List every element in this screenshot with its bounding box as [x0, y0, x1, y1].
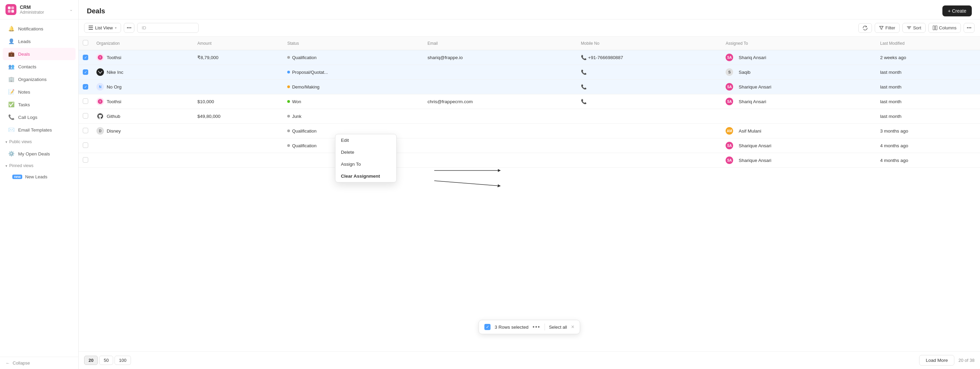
table-row: D Disney Qualification AM Asif Mulani	[79, 124, 980, 138]
row-checkbox-cell[interactable]	[79, 94, 92, 109]
row-checkbox-cell[interactable]	[79, 124, 92, 138]
sidebar-item-email-templates[interactable]: ✉️ Email Templates	[3, 124, 76, 136]
row-checkbox-cell[interactable]	[79, 79, 92, 94]
table-row: SA Sharique Ansari 4 months ago	[79, 153, 980, 168]
sidebar-item-my-open-deals[interactable]: ⚙️ My Open Deals	[3, 147, 76, 160]
selection-close-button[interactable]: ×	[571, 324, 574, 330]
columns-button[interactable]: Columns	[928, 23, 961, 33]
sidebar-item-tasks[interactable]: ✅ Tasks	[3, 98, 76, 111]
view-chevron-icon: ▾	[115, 26, 116, 30]
sidebar-item-notes[interactable]: 📝 Notes	[3, 86, 76, 98]
org-cell: T Toothsi	[92, 94, 193, 109]
row-checkbox[interactable]	[83, 113, 88, 119]
email-cell	[423, 65, 577, 79]
id-search-input[interactable]: ID	[137, 23, 199, 33]
email-cell: chris@frappecrm.com	[423, 94, 577, 109]
select-all-button[interactable]: Select all	[549, 325, 567, 330]
deals-icon: 💼	[8, 51, 15, 57]
row-checkbox[interactable]	[83, 84, 88, 90]
sidebar-item-organizations[interactable]: 🏢 Organizations	[3, 73, 76, 86]
refresh-icon	[863, 25, 867, 30]
col-assigned: Assigned To	[721, 36, 876, 50]
table-row: T Toothsi ₹8,79,000 Qualification shariq…	[79, 50, 980, 65]
email-cell: shariq@frappe.io	[423, 50, 577, 65]
row-checkbox-cell[interactable]	[79, 138, 92, 153]
email-cell	[423, 153, 577, 168]
assigned-cell: S Saqib	[721, 65, 876, 79]
sidebar-item-deals[interactable]: 💼 Deals	[3, 48, 76, 60]
toolbar-extra-more[interactable]: •••	[964, 23, 975, 33]
svg-rect-4	[89, 25, 93, 26]
selection-more-button[interactable]: •••	[533, 324, 541, 330]
collapse-button[interactable]: ← Collapse	[0, 357, 78, 369]
email-cell	[423, 124, 577, 138]
sidebar-item-notifications[interactable]: 🔔 Notifications	[3, 22, 76, 35]
mobile-cell	[577, 153, 722, 168]
select-all-checkbox[interactable]	[83, 40, 88, 46]
view-label: List View	[95, 25, 113, 30]
org-name: Disney	[107, 128, 121, 134]
page-size-100[interactable]: 100	[115, 356, 131, 365]
row-checkbox[interactable]	[83, 55, 88, 60]
table-row: T Toothsi $10,000 Won chris@frappecrm.co…	[79, 94, 980, 109]
sidebar-item-call-logs[interactable]: 📞 Call Logs	[3, 111, 76, 124]
modified-cell: last month	[876, 65, 980, 79]
sidebar-item-label: My Open Deals	[18, 151, 50, 157]
context-menu-clear-assignment[interactable]: Clear Assignment	[336, 170, 396, 182]
refresh-button[interactable]	[858, 23, 872, 33]
modified-cell: 3 months ago	[876, 124, 980, 138]
app-header[interactable]: CRM Administrator ⌄	[0, 0, 78, 19]
pinned-item-label: New Leads	[25, 174, 47, 179]
sort-button[interactable]: Sort	[902, 23, 926, 33]
context-menu-edit[interactable]: Edit	[336, 134, 396, 146]
assigned-cell: SA Sharique Ansari	[721, 79, 876, 94]
public-views-section[interactable]: ▾ Public views	[0, 137, 78, 146]
status-cell: Junk	[283, 109, 423, 124]
row-checkbox[interactable]	[83, 98, 88, 104]
view-selector[interactable]: List View ▾	[84, 23, 121, 33]
email-templates-icon: ✉️	[8, 127, 15, 133]
call-logs-icon: 📞	[8, 114, 15, 120]
row-checkbox[interactable]	[83, 70, 88, 75]
table-body: T Toothsi ₹8,79,000 Qualification shariq…	[79, 50, 980, 168]
pinned-views-section[interactable]: ▾ Pinned views	[0, 161, 78, 170]
svg-text:T: T	[100, 56, 101, 59]
table-row: Github $49,80,000 Junk last month	[79, 109, 980, 124]
row-checkbox[interactable]	[83, 128, 88, 133]
org-name: No Org	[107, 84, 122, 90]
sidebar-item-leads[interactable]: 👤 Leads	[3, 35, 76, 48]
sidebar-item-contacts[interactable]: 👥 Contacts	[3, 60, 76, 73]
pagination-text: 20 of 38	[958, 358, 975, 363]
mobile-cell: 📞	[577, 94, 722, 109]
modified-cell: last month	[876, 94, 980, 109]
filter-icon	[879, 25, 884, 30]
assigned-avatar: SA	[725, 98, 733, 105]
row-checkbox-cell[interactable]	[79, 50, 92, 65]
row-checkbox-cell[interactable]	[79, 65, 92, 79]
row-checkbox-cell[interactable]	[79, 153, 92, 168]
toolbar-left: List View ▾ ••• ID	[84, 23, 856, 33]
toolbar: List View ▾ ••• ID Filter S	[79, 19, 980, 36]
row-checkbox[interactable]	[83, 157, 88, 163]
row-checkbox[interactable]	[83, 143, 88, 148]
toolbar-more-button[interactable]: •••	[124, 23, 135, 33]
sidebar-item-new-leads[interactable]: new New Leads	[3, 171, 76, 182]
filter-button[interactable]: Filter	[875, 23, 900, 33]
load-more-button[interactable]: Load More	[919, 355, 955, 366]
amount-cell: $49,80,000	[193, 109, 283, 124]
org-avatar	[96, 68, 104, 76]
select-all-header[interactable]	[79, 36, 92, 50]
row-checkbox-cell[interactable]	[79, 109, 92, 124]
svg-rect-1	[11, 6, 14, 9]
selection-count-label: 3 Rows selected	[495, 325, 529, 330]
context-menu-assign-to[interactable]: Assign To	[336, 158, 396, 170]
selection-check-icon: ✓	[485, 324, 491, 330]
amount-cell: ₹8,79,000	[193, 50, 283, 65]
sidebar-item-label: Notes	[18, 90, 30, 95]
toolbar-right: Filter Sort Columns •••	[858, 23, 975, 33]
create-button[interactable]: + Create	[942, 5, 972, 16]
page-size-50[interactable]: 50	[99, 356, 113, 365]
status-cell: Demo/Making	[283, 79, 423, 94]
page-size-20[interactable]: 20	[84, 356, 98, 365]
context-menu-delete[interactable]: Delete	[336, 146, 396, 158]
